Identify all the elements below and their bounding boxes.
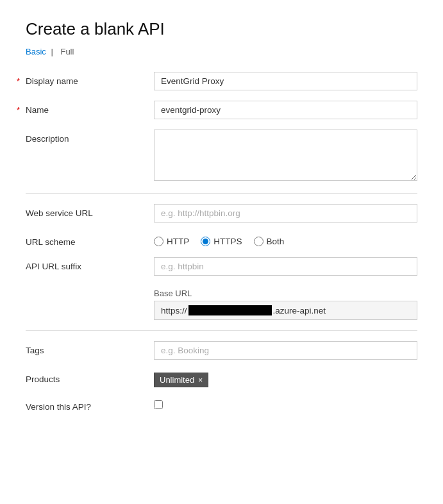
view-toggle: Basic | Full [26, 47, 417, 56]
api-url-suffix-row: API URL suffix [26, 257, 417, 276]
base-url-suffix: .azure-api.net [273, 306, 326, 315]
url-scheme-http-item[interactable]: HTTP [154, 237, 189, 246]
version-api-control [154, 398, 417, 409]
view-basic-link[interactable]: Basic [26, 47, 46, 56]
tags-control [154, 341, 417, 360]
tags-row: Tags [26, 341, 417, 360]
separator-1 [26, 193, 417, 194]
description-row: Description [26, 130, 417, 183]
products-control: Unlimited × [154, 370, 417, 387]
version-api-label: Version this API? [26, 398, 154, 412]
display-name-label: Display name [26, 72, 154, 86]
view-full-link[interactable]: Full [60, 47, 74, 56]
base-url-control: Base URL https:// .azure-api.net [154, 286, 417, 320]
view-separator: | [51, 47, 53, 56]
tags-input[interactable] [154, 341, 417, 360]
api-url-suffix-label: API URL suffix [26, 257, 154, 271]
url-scheme-https-label: HTTPS [213, 237, 242, 246]
base-url-prefix: https:// [161, 306, 187, 315]
base-url-field: https:// .azure-api.net [154, 301, 417, 320]
description-control [154, 130, 417, 183]
description-input[interactable] [154, 130, 417, 181]
separator-2 [26, 330, 417, 331]
url-scheme-both-item[interactable]: Both [254, 237, 285, 246]
url-scheme-row: URL scheme HTTP HTTPS Both [26, 233, 417, 247]
name-row: Name [26, 101, 417, 119]
base-url-redacted [188, 305, 272, 315]
base-url-label: Base URL [154, 289, 417, 298]
version-api-checkbox[interactable] [154, 400, 163, 409]
base-url-section: Base URL https:// .azure-api.net [154, 289, 417, 320]
description-label: Description [26, 130, 154, 144]
api-url-suffix-control [154, 257, 417, 276]
web-service-url-input[interactable] [154, 204, 417, 223]
web-service-url-label: Web service URL [26, 204, 154, 218]
web-service-url-control [154, 204, 417, 223]
products-row: Products Unlimited × [26, 370, 417, 387]
product-tag-unlimited-remove[interactable]: × [198, 376, 203, 384]
url-scheme-radio-group: HTTP HTTPS Both [154, 233, 417, 246]
name-input[interactable] [154, 101, 417, 119]
version-api-checkbox-row [154, 398, 417, 409]
url-scheme-both-label: Both [267, 237, 285, 246]
page-title: Create a blank API [26, 19, 417, 39]
version-api-row: Version this API? [26, 398, 417, 412]
url-scheme-https-radio[interactable] [201, 237, 210, 246]
products-wrap: Unlimited × [154, 370, 417, 387]
url-scheme-both-radio[interactable] [254, 237, 263, 246]
display-name-row: Display name [26, 72, 417, 90]
display-name-control [154, 72, 417, 90]
base-url-spacer [26, 286, 154, 290]
url-scheme-https-item[interactable]: HTTPS [201, 237, 242, 246]
product-tag-unlimited: Unlimited × [154, 373, 208, 387]
product-tag-unlimited-label: Unlimited [160, 375, 194, 385]
url-scheme-http-radio[interactable] [154, 237, 163, 246]
tags-label: Tags [26, 341, 154, 355]
name-control [154, 101, 417, 119]
display-name-input[interactable] [154, 72, 417, 90]
url-scheme-label: URL scheme [26, 233, 154, 247]
api-url-suffix-input[interactable] [154, 257, 417, 276]
name-label: Name [26, 101, 154, 115]
url-scheme-control: HTTP HTTPS Both [154, 233, 417, 246]
url-scheme-http-label: HTTP [167, 237, 189, 246]
web-service-url-row: Web service URL [26, 204, 417, 223]
products-label: Products [26, 370, 154, 384]
base-url-row: Base URL https:// .azure-api.net [26, 286, 417, 320]
